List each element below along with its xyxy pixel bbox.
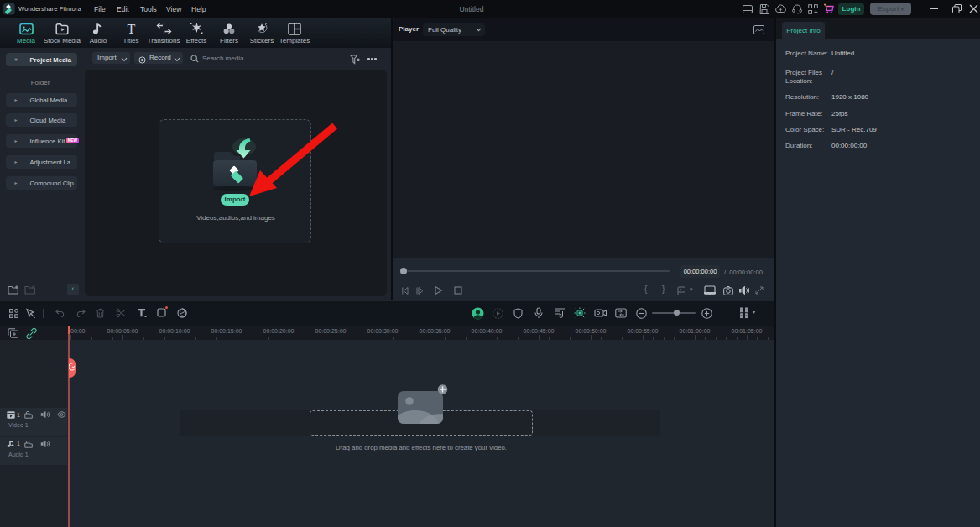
svg-text:T: T xyxy=(127,23,135,35)
